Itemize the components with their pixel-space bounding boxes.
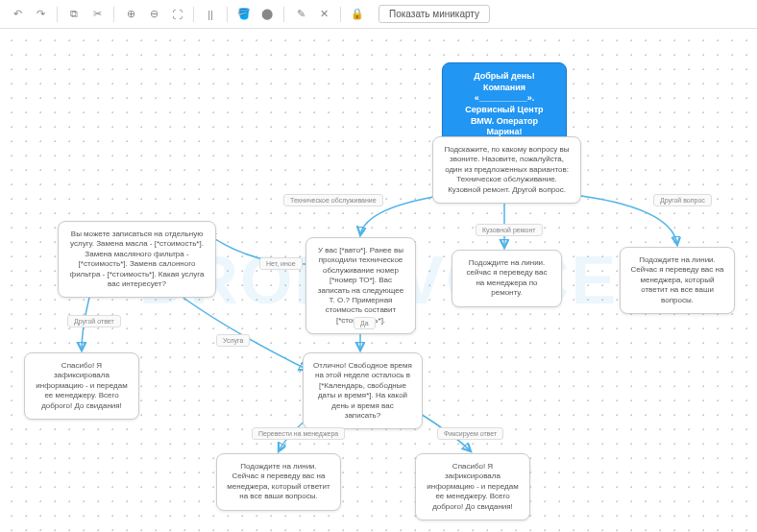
edit-icon[interactable]: ✎ — [291, 5, 310, 24]
node-manager[interactable]: Подождите на линии. Сейчас я переведу ва… — [216, 453, 341, 511]
edge-other-answer: Другой ответ — [67, 315, 121, 327]
undo-icon[interactable]: ↶ — [8, 5, 27, 24]
edge-tech-service: Техническое обслуживание — [283, 194, 383, 206]
edge-yes: Да — [354, 317, 376, 329]
fit-icon[interactable]: ⛶ — [167, 5, 186, 24]
edge-fix-answer: Фиксируем ответ — [437, 427, 503, 440]
edge-to-manager: Перевести на менеджера — [252, 427, 345, 440]
node-thanks-1[interactable]: Спасибо! Я зафиксировала информацию - и … — [24, 352, 139, 420]
node-body-repair[interactable]: Подождите на линии. сейчас я переведу ва… — [452, 250, 562, 307]
zoom-in-icon[interactable]: ⊕ — [121, 5, 140, 24]
pause-icon[interactable]: || — [201, 5, 220, 24]
node-thanks-2[interactable]: Спасибо! Я зафиксировала информацию - и … — [415, 453, 530, 520]
flowchart-canvas[interactable]: DROBOVOICE Добрый день! Компания «______… — [0, 29, 757, 532]
color-icon[interactable]: ⬤ — [257, 5, 277, 24]
show-minimap-button[interactable]: Показать миникарту — [378, 5, 490, 23]
copy-icon[interactable]: ⧉ — [64, 5, 84, 24]
node-start[interactable]: Добрый день! Компания «__________». Серв… — [442, 62, 567, 147]
node-other-question[interactable]: Подождите на линии. Сейчас я переведу ва… — [620, 247, 735, 314]
delete-icon[interactable]: ✕ — [314, 5, 333, 24]
edge-service: Услуга — [216, 334, 250, 347]
node-question[interactable]: Подскажите, по какому вопросу вы звоните… — [432, 136, 581, 204]
edge-no-other: Нет, иное — [259, 257, 303, 270]
fill-icon[interactable]: 🪣 — [234, 5, 254, 24]
cut-icon[interactable]: ✂ — [87, 5, 107, 24]
edge-other: Другой вопрос — [653, 194, 712, 206]
lock-icon[interactable]: 🔒 — [348, 5, 367, 24]
node-services[interactable]: Вы можете записаться на отдельную услугу… — [58, 221, 216, 298]
edge-body-repair: Кузовной ремонт — [476, 224, 543, 236]
toolbar: ↶ ↷ ⧉ ✂ ⊕ ⊖ ⛶ || 🪣 ⬤ ✎ ✕ 🔒 Показать мини… — [0, 0, 757, 29]
node-schedule[interactable]: Отлично! Свободное время на этой неделе … — [303, 352, 423, 429]
redo-icon[interactable]: ↷ — [31, 5, 50, 24]
zoom-out-icon[interactable]: ⊖ — [144, 5, 163, 24]
